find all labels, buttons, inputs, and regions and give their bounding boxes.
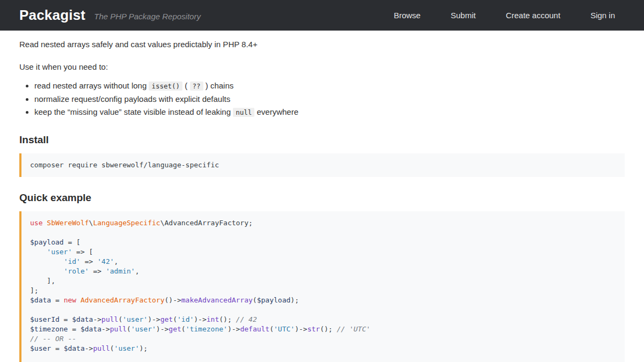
install-command: composer require sbwerewolf/language-spe… bbox=[30, 161, 219, 169]
nav-item-create-account[interactable]: Create account bbox=[506, 11, 560, 20]
nav-item-submit[interactable]: Submit bbox=[451, 11, 476, 20]
use-when-paragraph: Use it when you need to: bbox=[19, 62, 625, 72]
packagist-logo[interactable]: Packagist bbox=[19, 7, 85, 24]
code-line: $userId = $data->pull('user')->get('id')… bbox=[30, 315, 616, 324]
inline-code: null bbox=[233, 108, 254, 117]
header: Packagist The PHP Package Repository Bro… bbox=[0, 0, 644, 31]
nav-item-sign-in[interactable]: Sign in bbox=[590, 11, 615, 20]
code-line bbox=[30, 228, 616, 238]
inline-code: isset() bbox=[149, 82, 182, 91]
code-line: use SbWereWolf\LanguageSpecific\Advanced… bbox=[30, 218, 616, 228]
install-heading: Install bbox=[19, 134, 625, 146]
inline-code: ?? bbox=[190, 82, 203, 91]
code-line bbox=[30, 305, 616, 315]
code-line: // -- OR -- bbox=[30, 334, 616, 344]
code-line: 'role' => 'admin', bbox=[30, 267, 616, 276]
install-code-block: composer require sbwerewolf/language-spe… bbox=[19, 153, 625, 177]
intro-paragraph: Read nested arrays safely and cast value… bbox=[19, 39, 625, 50]
tagline: The PHP Package Repository bbox=[94, 12, 201, 21]
nav-item-browse[interactable]: Browse bbox=[394, 11, 421, 20]
code-line: ]; bbox=[30, 286, 616, 295]
code-line: $data = new AdvancedArrayFactory()->make… bbox=[30, 295, 616, 305]
readme-content: Read nested arrays safely and cast value… bbox=[0, 39, 644, 362]
code-line: 'user' => [ bbox=[30, 247, 616, 257]
quick-example-heading: Quick example bbox=[19, 191, 625, 204]
use-case-list: read nested arrays without long isset() … bbox=[19, 79, 625, 119]
code-line: $payload = [ bbox=[30, 238, 616, 247]
code-line bbox=[30, 353, 616, 362]
code-line: $timezone = $data->pull('user')->get('ti… bbox=[30, 324, 616, 334]
code-line: ], bbox=[30, 276, 616, 286]
list-item: keep the “missing value” state visible i… bbox=[34, 106, 625, 119]
code-line: 'id' => '42', bbox=[30, 257, 616, 267]
list-item: normalize request/config payloads with e… bbox=[34, 93, 625, 106]
main-nav: Browse Submit Create account Sign in bbox=[394, 11, 625, 20]
list-item: read nested arrays without long isset() … bbox=[34, 79, 625, 93]
example-code-block: use SbWereWolf\LanguageSpecific\Advanced… bbox=[19, 211, 625, 362]
code-line: $user = $data->pull('user'); bbox=[30, 344, 616, 353]
